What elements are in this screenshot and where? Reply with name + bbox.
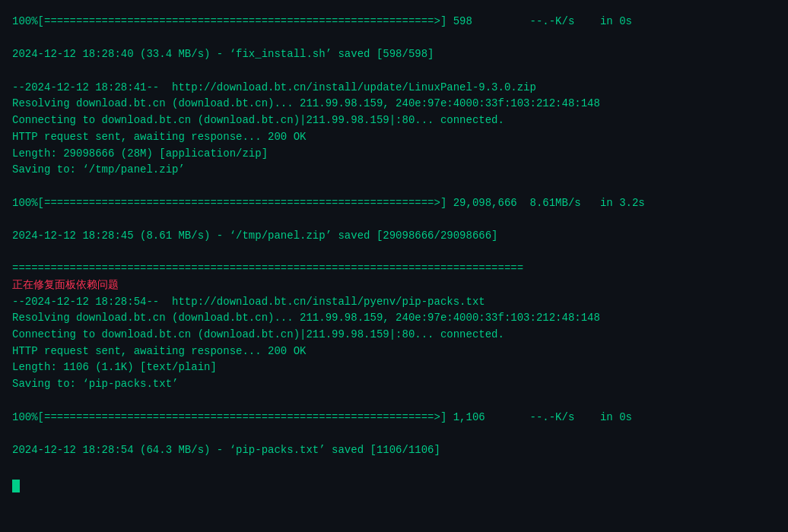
terminal-line-line9: Length: 29098666 (28M) [application/zip] xyxy=(12,146,776,163)
terminal-line-line17: 正在修复面板依赖问题 xyxy=(12,277,776,294)
terminal-line-line3: 2024-12-12 18:28:40 (33.4 MB/s) - ‘fix_i… xyxy=(12,46,776,63)
terminal-line-line22: Length: 1106 (1.1K) [text/plain] xyxy=(12,359,776,376)
terminal-line-line1: 100%[===================================… xyxy=(12,14,776,30)
terminal-line-line8: HTTP request sent, awaiting response... … xyxy=(12,129,776,146)
terminal-cursor xyxy=(12,480,20,492)
terminal-line-line7: Connecting to download.bt.cn (download.b… xyxy=(12,112,776,129)
terminal-line-line18: --2024-12-12 18:28:54-- http://download.… xyxy=(12,294,776,311)
terminal-line-line25: 100%[===================================… xyxy=(12,410,776,426)
terminal-line-line5: --2024-12-12 18:28:41-- http://download.… xyxy=(12,80,776,97)
terminal-line-line16: ========================================… xyxy=(12,261,776,277)
terminal-output: 100%[===================================… xyxy=(12,14,776,495)
terminal-line-line6: Resolving download.bt.cn (download.bt.cn… xyxy=(12,96,776,112)
terminal-line-line20: Connecting to download.bt.cn (download.b… xyxy=(12,327,776,344)
terminal-line-line23: Saving to: ‘pip-packs.txt’ xyxy=(12,376,776,393)
terminal-line-line19: Resolving download.bt.cn (download.bt.cn… xyxy=(12,310,776,327)
terminal-line-line21: HTTP request sent, awaiting response... … xyxy=(12,344,776,360)
terminal-line-line27: 2024-12-12 18:28:54 (64.3 MB/s) - ‘pip-p… xyxy=(12,442,776,459)
terminal-line-line12: 100%[===================================… xyxy=(12,195,776,212)
terminal-line-line14: 2024-12-12 18:28:45 (8.61 MB/s) - ‘/tmp/… xyxy=(12,228,776,245)
terminal-line-line10: Saving to: ‘/tmp/panel.zip’ xyxy=(12,162,776,179)
